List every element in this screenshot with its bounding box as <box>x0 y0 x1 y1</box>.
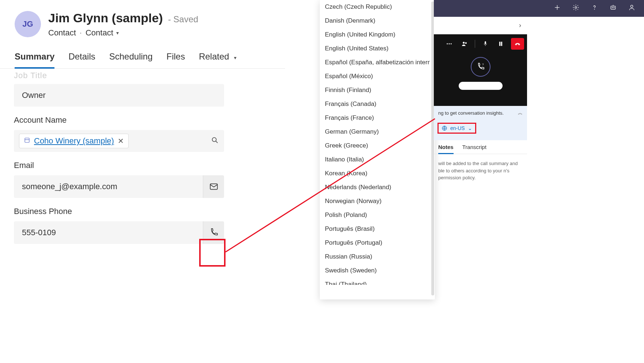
language-option[interactable]: Russian (Russia) <box>320 250 430 264</box>
form-selector-dropdown[interactable]: Contact ▾ <box>86 28 119 38</box>
assistant-icon[interactable] <box>610 4 617 13</box>
language-option[interactable]: English (United Kingdom) <box>320 28 430 42</box>
language-option[interactable]: Korean (Korea) <box>320 167 430 180</box>
language-selector[interactable]: en-US ⌄ <box>437 123 476 134</box>
call-phone-button[interactable] <box>203 221 224 244</box>
search-icon[interactable] <box>211 136 219 146</box>
language-option[interactable]: Polish (Poland) <box>320 208 430 222</box>
account-name-lookup[interactable]: Coho Winery (sample) ✕ <box>14 130 224 152</box>
call-panel: › ? ng to g <box>434 17 527 187</box>
business-phone-input[interactable]: 555-0109 <box>14 221 203 244</box>
language-option[interactable]: Português (Brasil) <box>320 222 430 236</box>
contact-form-panel: JG Jim Glynn (sample) - Saved Contact · … <box>0 0 285 244</box>
active-call-block: ? <box>434 34 527 106</box>
language-option[interactable]: Danish (Denmark) <box>320 14 430 28</box>
svg-point-2 <box>212 137 216 141</box>
language-option[interactable]: Français (France) <box>320 111 430 125</box>
mail-icon <box>209 182 219 191</box>
entity-label: Contact <box>48 28 76 38</box>
svg-point-12 <box>614 7 614 8</box>
tab-files[interactable]: Files <box>167 51 185 68</box>
send-email-button[interactable] <box>203 175 224 198</box>
svg-text:?: ? <box>482 63 484 66</box>
tab-summary[interactable]: Summary <box>15 51 54 68</box>
language-option[interactable]: Italiano (Italia) <box>320 153 430 167</box>
help-icon[interactable] <box>591 4 598 13</box>
tab-related[interactable]: Related ▾ <box>199 51 236 68</box>
svg-point-16 <box>451 43 451 44</box>
account-name-label: Account Name <box>14 115 271 125</box>
globe-icon <box>442 125 447 131</box>
language-dropdown[interactable]: Czech (Czech Republic)Danish (Denmark)En… <box>320 0 435 299</box>
account-link[interactable]: Coho Winery (sample) <box>34 136 114 146</box>
language-option[interactable]: Français (Canada) <box>320 97 430 111</box>
language-option[interactable]: Português (Portugal) <box>320 236 430 250</box>
language-selected-label: en-US <box>450 125 465 131</box>
chevron-right-icon: › <box>519 22 521 29</box>
tab-transcript[interactable]: Transcript <box>462 140 486 154</box>
hold-pause-icon[interactable] <box>496 39 506 49</box>
svg-rect-21 <box>501 42 502 46</box>
profile-icon[interactable] <box>628 4 635 13</box>
phone-unknown-icon: ? <box>476 62 485 71</box>
mute-mic-icon[interactable] <box>480 39 490 49</box>
caller-avatar: ? <box>471 57 490 77</box>
call-controls <box>444 38 524 50</box>
svg-rect-0 <box>25 138 29 142</box>
svg-line-3 <box>216 141 218 143</box>
svg-point-13 <box>630 5 633 7</box>
separator-dot: · <box>80 28 82 38</box>
tab-details[interactable]: Details <box>68 51 95 68</box>
call-panel-tabs: Notes Transcript <box>434 140 527 154</box>
tab-notes[interactable]: Notes <box>438 140 454 154</box>
contact-name: Jim Glynn (sample) <box>48 11 163 25</box>
phone-icon <box>209 228 219 237</box>
caller-display: ? <box>459 57 503 90</box>
tab-related-label: Related <box>199 51 229 61</box>
caller-name-redacted <box>459 82 503 90</box>
form-fields: Job Title Owner Account Name Coho Winery… <box>0 69 285 244</box>
contact-tabs: Summary Details Scheduling Files Related… <box>0 38 285 69</box>
email-value: someone_j@example.com <box>22 182 195 191</box>
panel-collapse-row[interactable]: › <box>434 17 527 34</box>
contact-avatar[interactable]: JG <box>15 11 41 37</box>
svg-rect-9 <box>611 6 615 9</box>
language-option[interactable]: Español (México) <box>320 69 430 83</box>
contact-header: JG Jim Glynn (sample) - Saved Contact · … <box>0 0 285 38</box>
remove-lookup-icon[interactable]: ✕ <box>118 137 124 145</box>
insight-banner: ng to get conversation insights. ︽ <box>434 106 527 120</box>
account-entity-icon <box>24 136 30 146</box>
business-phone-label: Business Phone <box>14 207 271 216</box>
language-option[interactable]: Finnish (Finland) <box>320 83 430 97</box>
tab-scheduling[interactable]: Scheduling <box>109 51 153 68</box>
language-option[interactable]: German (Germany) <box>320 125 430 139</box>
hangup-button[interactable] <box>511 38 524 50</box>
language-option[interactable]: Español (España, alfabetización internac… <box>320 56 430 69</box>
language-option[interactable]: Czech (Czech Republic) <box>320 0 430 14</box>
svg-rect-4 <box>210 184 217 189</box>
language-option[interactable]: English (United States) <box>320 42 430 56</box>
insight-text: ng to get conversation insights. <box>438 110 504 116</box>
chevron-down-icon: ▾ <box>116 30 119 36</box>
business-phone-value: 555-0109 <box>22 228 195 237</box>
svg-point-18 <box>465 42 467 44</box>
job-title-input[interactable]: Owner <box>14 84 224 107</box>
participants-icon[interactable] <box>459 39 470 49</box>
save-status: - Saved <box>168 14 198 24</box>
language-option[interactable]: Swedish (Sweden) <box>320 264 430 278</box>
language-option[interactable]: Thai (Thailand) <box>320 278 430 285</box>
collapse-chevrons-icon[interactable]: ︽ <box>518 110 523 116</box>
job-title-value: Owner <box>22 91 216 100</box>
job-title-label-cutoff: Job Title <box>14 69 271 80</box>
account-lookup-pill[interactable]: Coho Winery (sample) ✕ <box>19 134 129 148</box>
language-option[interactable]: Greek (Greece) <box>320 139 430 153</box>
language-option[interactable]: Norwegian (Norway) <box>320 194 430 208</box>
language-option[interactable]: Nederlands (Nederland) <box>320 180 430 194</box>
add-icon[interactable] <box>554 4 561 13</box>
more-options-icon[interactable] <box>444 39 454 49</box>
settings-gear-icon[interactable] <box>572 4 579 13</box>
notes-info-text: will be added to the call summary and bl… <box>434 154 527 187</box>
divider <box>475 40 475 48</box>
top-navbar <box>434 0 644 17</box>
email-input[interactable]: someone_j@example.com <box>14 175 203 198</box>
